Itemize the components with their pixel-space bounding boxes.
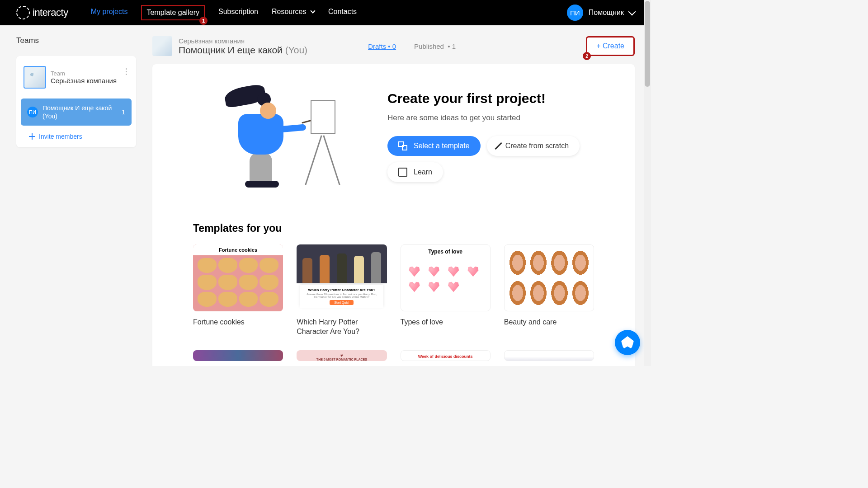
- messenger-fab[interactable]: [615, 330, 640, 355]
- create-button[interactable]: + Create 2: [586, 36, 635, 56]
- nav-contacts[interactable]: Contacts: [328, 5, 357, 20]
- templates-icon: [398, 141, 407, 150]
- template-thumbnail: [401, 244, 491, 311]
- templates-grid: Fortune cookies Which Harry Potter Chara…: [193, 244, 594, 366]
- main: Серьёзная компания Помощник И еще какой …: [152, 36, 635, 366]
- main-nav: My projects Template gallery 1 Subscript…: [91, 5, 357, 20]
- scrollbar[interactable]: [644, 0, 651, 366]
- logo[interactable]: interacty: [16, 6, 68, 19]
- teams-card: Team Серьёзная компания ПИ Помощник И ещ…: [16, 56, 136, 147]
- member-name: Помощник И еще какой (You): [42, 104, 117, 120]
- member-avatar: ПИ: [27, 107, 38, 117]
- template-title: Which Harry Potter Character Are You?: [297, 318, 387, 337]
- team-member-item[interactable]: ПИ Помощник И еще какой (You) 1: [21, 99, 132, 126]
- messenger-icon: [621, 336, 634, 349]
- invite-members-link[interactable]: Invite members: [21, 133, 132, 140]
- logo-icon: [16, 6, 30, 19]
- team-name: Серьёзная компания: [51, 77, 129, 84]
- template-card[interactable]: [504, 350, 594, 366]
- template-title: Fortune cookies: [193, 318, 283, 327]
- hero: Create your first project! Here are some…: [193, 82, 594, 191]
- company-name: Серьёзная компания: [179, 37, 307, 45]
- template-card[interactable]: Types of love: [401, 244, 491, 337]
- sidebar: Teams Team Серьёзная компания ПИ Помощни…: [16, 36, 136, 366]
- template-card[interactable]: Which Harry Potter Character Are You? An…: [297, 244, 387, 337]
- template-card[interactable]: Beauty and care: [504, 244, 594, 337]
- more-icon[interactable]: [123, 67, 130, 76]
- sidebar-title: Teams: [16, 36, 136, 45]
- template-thumbnail: [504, 350, 594, 361]
- chevron-down-icon: [628, 8, 636, 16]
- hero-illustration: [211, 82, 338, 191]
- learn-icon: [398, 168, 407, 177]
- scrollbar-thumb[interactable]: [645, 1, 650, 87]
- select-template-button[interactable]: Select a template: [387, 136, 481, 156]
- create-from-scratch-button[interactable]: Create from scratch: [487, 136, 580, 156]
- team-item[interactable]: Team Серьёзная компания: [21, 63, 132, 91]
- template-card[interactable]: Fortune cookies: [193, 244, 283, 337]
- main-header: Серьёзная компания Помощник И еще какой …: [152, 36, 635, 56]
- template-card[interactable]: Week of delicious discounts: [401, 350, 491, 366]
- drafts-link[interactable]: Drafts • 0: [368, 42, 396, 50]
- header-thumbnail: [152, 36, 172, 56]
- header: interacty My projects Template gallery 1…: [0, 0, 651, 25]
- user-avatar: ПИ: [567, 5, 583, 21]
- hero-subtitle: Here are some ideas to get you started: [387, 113, 594, 122]
- chevron-down-icon: [310, 8, 315, 13]
- plus-icon: [29, 133, 35, 140]
- logo-text: interacty: [33, 7, 68, 19]
- template-title: Types of love: [401, 318, 491, 327]
- user-name: Помощник: [589, 9, 624, 17]
- content: Teams Team Серьёзная компания ПИ Помощни…: [0, 25, 651, 366]
- annotation-badge: 2: [583, 52, 591, 60]
- nav-resources[interactable]: Resources: [272, 5, 315, 20]
- template-thumbnail: Week of delicious discounts: [401, 350, 491, 361]
- header-stats: Drafts • 0 Published • 1: [368, 42, 456, 50]
- published-stat: Published • 1: [414, 42, 456, 50]
- nav-my-projects[interactable]: My projects: [91, 5, 128, 20]
- hero-title: Create your first project!: [387, 91, 594, 106]
- learn-button[interactable]: Learn: [387, 162, 443, 182]
- workspace-user: Помощник И еще какой (You): [179, 45, 307, 56]
- team-thumbnail: [24, 66, 46, 89]
- pencil-icon: [495, 142, 502, 150]
- nav-template-gallery[interactable]: Template gallery 1: [141, 5, 205, 20]
- template-thumbnail: [193, 350, 283, 361]
- template-thumbnail: [193, 244, 283, 311]
- templates-section: Templates for you Fortune cookies W: [193, 222, 594, 366]
- template-card[interactable]: [193, 350, 283, 366]
- template-thumbnail: Which Harry Potter Character Are You? An…: [297, 244, 387, 311]
- nav-subscription[interactable]: Subscription: [218, 5, 258, 20]
- member-count: 1: [122, 108, 125, 116]
- main-card: Create your first project! Here are some…: [152, 64, 635, 366]
- template-thumbnail: THE 5 MOST ROMANTIC PLACES: [297, 350, 387, 361]
- team-label: Team: [51, 70, 129, 77]
- annotation-badge: 1: [199, 17, 208, 25]
- header-user-menu[interactable]: ПИ Помощник: [567, 5, 635, 21]
- template-thumbnail: [504, 244, 594, 311]
- template-card[interactable]: THE 5 MOST ROMANTIC PLACES: [297, 350, 387, 366]
- templates-heading: Templates for you: [193, 222, 594, 235]
- template-title: Beauty and care: [504, 318, 594, 327]
